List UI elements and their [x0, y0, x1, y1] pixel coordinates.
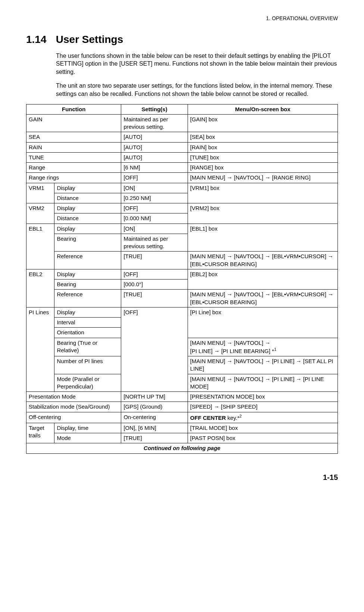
page-number: 1-15: [26, 472, 338, 483]
cell-function: Off-centering: [26, 412, 121, 423]
cell-text: [MAIN MENU] → [NAVTOOL] →: [190, 340, 270, 346]
cell-menu: [TRAIL MODE] box: [188, 423, 338, 433]
cell-subfunction: Orientation: [54, 328, 121, 338]
cell-function: VRM2: [26, 203, 54, 224]
cell-setting: [AUTO]: [121, 142, 188, 152]
cell-setting: [OFF]: [121, 173, 188, 183]
table-row: Mode [TRUE] [PAST POSN] box: [26, 433, 338, 443]
cell-menu: [VRM1] box: [188, 183, 338, 203]
cell-setting: Maintained as per previous setting.: [121, 234, 188, 252]
table-row: Range [6 NM] [RANGE] box: [26, 163, 338, 173]
cell-function: PI Lines: [26, 307, 54, 391]
table-row: VRM2 Display [OFF] [VRM2] box: [26, 203, 338, 213]
table-row: TUNE [AUTO] [TUNE] box: [26, 152, 338, 162]
cell-function: EBL2: [26, 269, 54, 307]
cell-setting: [ON]: [121, 224, 188, 234]
cell-subfunction: Mode: [54, 433, 121, 443]
table-row: Range rings [OFF] [MAIN MENU] → [NAVTOOL…: [26, 173, 338, 183]
th-function: Function: [26, 104, 121, 114]
table-row: Reference [TRUE] [MAIN MENU] → [NAVTOOL]…: [26, 252, 338, 269]
table-row: EBL2 Display [OFF] [EBL2] box: [26, 269, 338, 279]
cell-menu: [MAIN MENU] → [NAVTOOL] → [EBL•VRM•CURSO…: [188, 252, 338, 269]
table-row: Reference [TRUE] [MAIN MENU] → [NAVTOOL]…: [26, 290, 338, 307]
table-row: Presentation Mode [NORTH UP TM] [PRESENT…: [26, 392, 338, 402]
cell-setting: [ON]: [121, 183, 188, 193]
cell-subfunction: Interval: [54, 318, 121, 328]
cell-menu: [GAIN] box: [188, 114, 338, 132]
cell-menu: [SPEED] → [SHIP SPEED]: [188, 402, 338, 412]
cell-menu: [PRESENTATION MODE] box: [188, 392, 338, 402]
cell-setting: [TRUE]: [121, 252, 188, 269]
section-number: 1.14: [26, 32, 53, 47]
paragraph-1: The user functions shown in the table be…: [56, 52, 338, 76]
cell-subfunction: Display, time: [54, 423, 121, 433]
cell-subfunction: Display: [54, 203, 121, 213]
cell-subfunction: Number of PI lines: [54, 356, 121, 374]
cell-menu: [RAIN] box: [188, 142, 338, 152]
cell-menu: [VRM2] box: [188, 203, 338, 224]
cell-menu: OFF CENTER key.*2: [188, 412, 338, 423]
cell-setting: [ON], [6 MIN]: [121, 423, 188, 433]
section-heading-text: User Settings: [56, 34, 123, 45]
cell-subfunction: Bearing: [54, 280, 121, 290]
cell-text: [PI LINE] → [PI LINE BEARING] *: [190, 348, 274, 354]
cell-subfunction: Reference: [54, 290, 121, 307]
th-menu: Menu/On-screen box: [188, 104, 338, 114]
cell-function: GAIN: [26, 114, 121, 132]
cell-setting: [6 NM]: [121, 163, 188, 173]
cell-setting: [0.250 NM]: [121, 193, 188, 203]
cell-subfunction: Distance: [54, 213, 121, 224]
cell-subfunction: Bearing: [54, 234, 121, 252]
cell-text-bold: OFF CENTER: [190, 415, 226, 421]
table-row: RAIN [AUTO] [RAIN] box: [26, 142, 338, 152]
cell-setting: Maintained as per previous setting.: [121, 114, 188, 132]
cell-setting: On-centering: [121, 412, 188, 423]
cell-setting: [OFF]: [121, 203, 188, 213]
th-settings: Setting(s): [121, 104, 188, 114]
cell-setting: [TRUE]: [121, 433, 188, 443]
cell-menu: [MAIN MENU] → [NAVTOOL] → [PI LINE] → [P…: [188, 338, 338, 356]
table-row: Target trails Display, time [ON], [6 MIN…: [26, 423, 338, 433]
cell-setting: [0.000 NM]: [121, 213, 188, 224]
cell-text: key.*: [226, 415, 239, 421]
cell-setting: [NORTH UP TM]: [121, 392, 188, 402]
table-header-row: Function Setting(s) Menu/On-screen box: [26, 104, 338, 114]
cell-subfunction: Display: [54, 307, 121, 317]
chapter-header: 1. OPERATIONAL OVERVIEW: [26, 15, 338, 22]
superscript: 1: [274, 347, 276, 352]
table-row: Stabilization mode (Sea/Ground) [GPS] (G…: [26, 402, 338, 412]
cell-function: Range: [26, 163, 121, 173]
cell-setting: [TRUE]: [121, 290, 188, 307]
cell-subfunction: Mode (Parallel or Perpendicular): [54, 374, 121, 392]
table-row: PI Lines Display [OFF] [PI Line] box: [26, 307, 338, 317]
paragraph-2: The unit an store two separate user sett…: [56, 82, 338, 98]
cell-function: SEA: [26, 132, 121, 142]
cell-menu: [EBL2] box: [188, 269, 338, 290]
cell-setting: [AUTO]: [121, 152, 188, 162]
table-row: EBL1 Display [ON] [EBL1] box: [26, 224, 338, 234]
cell-function: Presentation Mode: [26, 392, 121, 402]
cell-subfunction: Display: [54, 183, 121, 193]
cell-menu: [MAIN MENU] → [NAVTOOL] → [PI LINE] → [P…: [188, 374, 338, 392]
cell-function: EBL1: [26, 224, 54, 269]
cell-setting: [000.0°]: [121, 280, 188, 290]
cell-menu: [MAIN MENU] → [NAVTOOL] → [PI LINE] → [S…: [188, 356, 338, 374]
cell-setting: [AUTO]: [121, 132, 188, 142]
cell-menu: [MAIN MENU] → [NAVTOOL] → [RANGE RING]: [188, 173, 338, 183]
cell-menu: [RANGE] box: [188, 163, 338, 173]
cell-menu: [MAIN MENU] → [NAVTOOL] → [EBL•VRM•CURSO…: [188, 290, 338, 307]
cell-subfunction: Display: [54, 269, 121, 279]
cell-menu: [SEA] box: [188, 132, 338, 142]
cell-function: Range rings: [26, 173, 121, 183]
cell-function: VRM1: [26, 183, 54, 203]
cell-menu: [EBL1] box: [188, 224, 338, 252]
cell-setting: [OFF]: [121, 269, 188, 279]
continued-cell: Continued on following page: [26, 443, 338, 453]
table-row-continued: Continued on following page: [26, 443, 338, 453]
cell-subfunction: Reference: [54, 252, 121, 269]
cell-setting: [GPS] (Ground): [121, 402, 188, 412]
cell-menu: [PAST POSN] box: [188, 433, 338, 443]
cell-function: RAIN: [26, 142, 121, 152]
cell-subfunction: Display: [54, 224, 121, 234]
cell-subfunction: Bearing (True or Relative): [54, 338, 121, 356]
